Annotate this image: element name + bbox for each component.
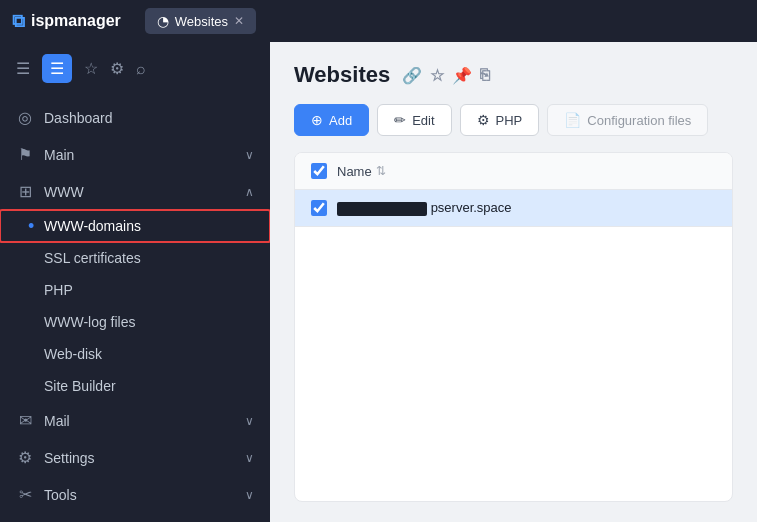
sidebar-item-main[interactable]: ⚑ Main ∨ — [0, 136, 270, 173]
www-icon: ⊞ — [16, 182, 34, 201]
chevron-down-icon: ∨ — [245, 488, 254, 502]
edit-button[interactable]: ✏ Edit — [377, 104, 451, 136]
page-title-icons: 🔗 ☆ 📌 ⎘ — [402, 66, 490, 85]
topbar: ⧉ ispmanager ◔ Websites ✕ — [0, 0, 757, 42]
main-icon: ⚑ — [16, 145, 34, 164]
sidebar-item-label: WWW-log files — [44, 314, 136, 330]
column-name-label: Name — [337, 164, 372, 179]
hamburger-icon[interactable]: ☰ — [16, 59, 30, 78]
chevron-down-icon: ∨ — [245, 414, 254, 428]
config-icon: 📄 — [564, 112, 581, 128]
tab-label: Websites — [175, 14, 228, 29]
sidebar-item-label: WWW — [44, 184, 235, 200]
sidebar-item-label: Tools — [44, 487, 235, 503]
logo-text: ispmanager — [31, 12, 121, 30]
star-title-icon[interactable]: ☆ — [430, 66, 444, 85]
table-container: Name ⇅ pserver.space — [294, 152, 733, 502]
sidebar-item-statistics[interactable]: 📊 Statistics ∨ — [0, 513, 270, 522]
php-button[interactable]: ⚙ PHP — [460, 104, 540, 136]
star-icon[interactable]: ☆ — [84, 59, 98, 78]
link-icon[interactable]: 🔗 — [402, 66, 422, 85]
row-name: pserver.space — [337, 200, 512, 216]
column-name-header: Name ⇅ — [337, 164, 386, 179]
logo-icon: ⧉ — [12, 11, 25, 32]
sidebar-item-ssl-certificates[interactable]: SSL certificates — [0, 242, 270, 274]
sidebar-item-label: Mail — [44, 413, 235, 429]
sidebar-item-site-builder[interactable]: Site Builder — [0, 370, 270, 402]
redacted-block — [337, 202, 427, 216]
mail-icon: ✉ — [16, 411, 34, 430]
sidebar-item-www[interactable]: ⊞ WWW ∧ — [0, 173, 270, 210]
plus-icon: ⊕ — [311, 112, 323, 128]
settings-icon: ⚙ — [16, 448, 34, 467]
table-header: Name ⇅ — [295, 153, 732, 190]
tab-bar: ◔ Websites ✕ — [145, 8, 256, 34]
main-content: Websites 🔗 ☆ 📌 ⎘ ⊕ Add ✏ Edit ⚙ PHP — [270, 42, 757, 522]
users-icon[interactable]: ⚙ — [110, 59, 124, 78]
chevron-down-icon: ∨ — [245, 148, 254, 162]
sidebar-item-label: Settings — [44, 450, 235, 466]
sidebar-item-dashboard[interactable]: ◎ Dashboard — [0, 99, 270, 136]
table-row[interactable]: pserver.space — [295, 190, 732, 227]
sidebar: ☰ ☰ ☆ ⚙ ⌕ ◎ Dashboard ⚑ Main ∨ ⊞ WWW ∧ — [0, 42, 270, 522]
row-checkbox[interactable] — [311, 200, 327, 216]
sidebar-top-icons: ☰ ☰ ☆ ⚙ ⌕ — [0, 42, 270, 95]
sort-icon[interactable]: ⇅ — [376, 164, 386, 178]
sidebar-item-label: Dashboard — [44, 110, 254, 126]
tab-icon: ◔ — [157, 13, 169, 29]
sidebar-item-label: PHP — [44, 282, 73, 298]
sidebar-item-www-domains[interactable]: WWW-domains — [0, 210, 270, 242]
tab-close-icon[interactable]: ✕ — [234, 14, 244, 28]
chevron-down-icon: ∨ — [245, 451, 254, 465]
sidebar-item-php[interactable]: PHP — [0, 274, 270, 306]
pin-icon[interactable]: 📌 — [452, 66, 472, 85]
tools-icon: ✂ — [16, 485, 34, 504]
sidebar-item-label: Site Builder — [44, 378, 116, 394]
edit-label: Edit — [412, 113, 434, 128]
select-all-checkbox[interactable] — [311, 163, 327, 179]
domain-name: pserver.space — [431, 200, 512, 215]
add-button[interactable]: ⊕ Add — [294, 104, 369, 136]
sidebar-nav: ◎ Dashboard ⚑ Main ∨ ⊞ WWW ∧ WWW-domains — [0, 95, 270, 522]
sidebar-item-label: Main — [44, 147, 235, 163]
sidebar-item-www-log-files[interactable]: WWW-log files — [0, 306, 270, 338]
edit-icon: ✏ — [394, 112, 406, 128]
add-label: Add — [329, 113, 352, 128]
chevron-up-icon: ∧ — [245, 185, 254, 199]
list-view-icon[interactable]: ☰ — [42, 54, 72, 83]
config-label: Configuration files — [587, 113, 691, 128]
sidebar-item-tools[interactable]: ✂ Tools ∨ — [0, 476, 270, 513]
search-icon[interactable]: ⌕ — [136, 60, 146, 78]
config-files-button[interactable]: 📄 Configuration files — [547, 104, 708, 136]
sidebar-item-label: SSL certificates — [44, 250, 141, 266]
export-icon[interactable]: ⎘ — [480, 66, 490, 84]
page-title-text: Websites — [294, 62, 390, 88]
www-sub-items: WWW-domains SSL certificates PHP WWW-log… — [0, 210, 270, 402]
sidebar-item-label: WWW-domains — [44, 218, 141, 234]
toolbar: ⊕ Add ✏ Edit ⚙ PHP 📄 Configuration files — [294, 104, 733, 136]
sidebar-item-settings[interactable]: ⚙ Settings ∨ — [0, 439, 270, 476]
php-label: PHP — [496, 113, 523, 128]
dashboard-icon: ◎ — [16, 108, 34, 127]
sidebar-item-web-disk[interactable]: Web-disk — [0, 338, 270, 370]
main-layout: ☰ ☰ ☆ ⚙ ⌕ ◎ Dashboard ⚑ Main ∨ ⊞ WWW ∧ — [0, 42, 757, 522]
sidebar-item-mail[interactable]: ✉ Mail ∨ — [0, 402, 270, 439]
tab-websites[interactable]: ◔ Websites ✕ — [145, 8, 256, 34]
sidebar-item-label: Web-disk — [44, 346, 102, 362]
page-title: Websites 🔗 ☆ 📌 ⎘ — [294, 62, 733, 88]
logo: ⧉ ispmanager — [12, 11, 121, 32]
php-icon: ⚙ — [477, 112, 490, 128]
